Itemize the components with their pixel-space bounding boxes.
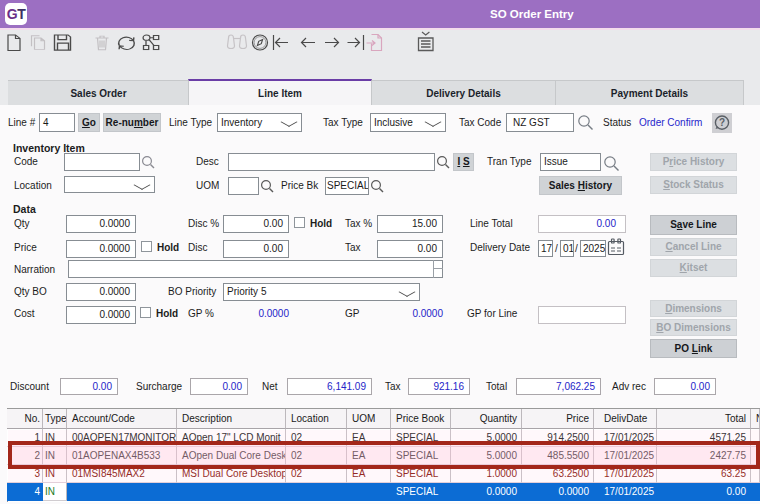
svg-text:?: ? xyxy=(719,117,725,128)
